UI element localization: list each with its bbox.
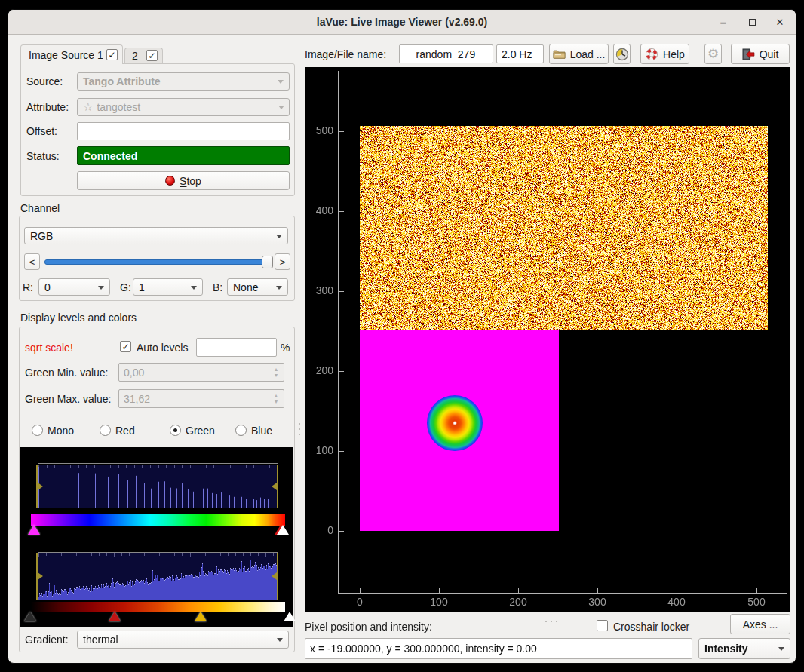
splitter-handle[interactable]	[299, 434, 300, 435]
hist2-canvas[interactable]	[38, 553, 278, 600]
attribute-combo[interactable]: ☆ tangotest	[77, 98, 290, 116]
thermal-gradient-bar	[31, 602, 285, 612]
offset-input[interactable]	[77, 122, 290, 140]
splitter-handle[interactable]	[299, 428, 300, 430]
auto-levels-percent-input[interactable]	[196, 338, 277, 357]
clock-icon	[615, 48, 629, 61]
quit-button[interactable]: Quit	[731, 44, 790, 64]
spinner-arrows-icon[interactable]: ▴▾	[272, 364, 281, 381]
thermal-stop-red[interactable]	[109, 612, 121, 621]
attribute-label: Attribute:	[26, 101, 69, 113]
region-end-arrow-icon	[272, 483, 277, 490]
axes-button[interactable]: Axes ...	[730, 614, 790, 634]
close-button[interactable]: ✕	[772, 14, 787, 30]
x-tick-mark	[597, 588, 598, 593]
y-tick-label: 300	[305, 284, 333, 296]
crosshair-locker-label: Crosshair locker	[613, 621, 689, 633]
display-mode-select[interactable]: Intensity	[698, 638, 790, 659]
y-tick-label: 0	[305, 524, 333, 536]
channel-slider-handle[interactable]	[262, 256, 273, 268]
magenta-image[interactable]	[360, 330, 559, 531]
min-level-value: 0,00	[124, 367, 144, 379]
levels-group-title: Display levels and colors	[20, 311, 137, 324]
splitter-handle[interactable]	[551, 621, 552, 622]
max-level-value: 31,62	[124, 393, 150, 405]
tab-image-source-2[interactable]: 2 ✓	[124, 48, 163, 64]
auto-levels-checkbox[interactable]: ✓	[120, 341, 131, 352]
minimize-button[interactable]: –	[716, 14, 731, 30]
refresh-rate-input[interactable]: 2.0 Hz	[496, 44, 544, 63]
file-name-input[interactable]: __random_279__	[399, 44, 493, 63]
load-button[interactable]: Load ...	[549, 44, 609, 64]
max-level-marker[interactable]	[277, 525, 289, 535]
tab2-label: 2	[132, 50, 138, 62]
star-icon: ☆	[83, 100, 93, 114]
help-lifesaver-icon	[645, 48, 658, 61]
maximize-button[interactable]	[744, 14, 760, 30]
radio-green[interactable]	[170, 425, 181, 436]
red-channel-label: R:	[23, 281, 33, 293]
channel-step-up-button[interactable]: >	[275, 253, 290, 270]
x-tick-label: 0	[343, 596, 376, 608]
min-level-spinbox[interactable]: 0,00 ▴▾	[118, 363, 284, 382]
red-channel-select[interactable]: 0	[38, 278, 110, 296]
tab2-checkbox[interactable]: ✓	[146, 50, 158, 61]
radio-mono[interactable]	[32, 425, 43, 436]
y-tick-mark	[339, 131, 344, 132]
green-histogram-widget[interactable]	[20, 447, 293, 538]
status-label: Status:	[26, 150, 60, 162]
channel-step-down-button[interactable]: <	[24, 253, 40, 270]
noise-image[interactable]	[360, 126, 768, 330]
source-select-value: Tango Attribute	[83, 75, 161, 87]
splitter-handle[interactable]	[556, 621, 557, 622]
spectrum-gradient-bar	[31, 514, 285, 526]
splitter-handle[interactable]	[299, 423, 300, 425]
dropdown-arrow-icon	[276, 286, 282, 290]
gradient-select[interactable]: thermal	[77, 631, 289, 649]
hist1-axis-line	[38, 463, 278, 464]
y-tick-mark	[339, 451, 344, 452]
region-end-marker[interactable]	[277, 553, 278, 600]
green-channel-select[interactable]: 1	[133, 278, 203, 296]
thermal-stop-white[interactable]	[284, 612, 296, 621]
hist1-canvas[interactable]	[38, 465, 278, 508]
blue-channel-select[interactable]: None	[227, 278, 288, 296]
attribute-value: tangotest	[97, 101, 140, 113]
settings-button[interactable]: ⚙	[704, 44, 722, 64]
thermal-stop-yellow[interactable]	[195, 612, 207, 621]
tab1-checkbox[interactable]: ✓	[106, 49, 118, 60]
min-level-marker[interactable]	[28, 525, 40, 535]
timer-button[interactable]	[613, 44, 631, 64]
x-tick-mark	[439, 588, 440, 593]
splitter-handle[interactable]	[545, 621, 547, 622]
stop-button[interactable]: Stop	[77, 171, 290, 190]
radio-red[interactable]	[100, 425, 111, 436]
intensity-histogram-widget[interactable]	[20, 538, 293, 627]
offset-label: Offset:	[26, 125, 57, 137]
window-title: laVue: Live Image Viewer (v2.69.0)	[8, 16, 796, 28]
tab-image-source-1[interactable]: Image Source 1 ✓	[20, 44, 123, 64]
channel-group-title: Channel	[20, 202, 60, 214]
crosshair-locker-checkbox[interactable]	[597, 620, 608, 631]
region-end-marker[interactable]	[277, 465, 278, 508]
status-badge: Connected	[77, 146, 290, 165]
source-select[interactable]: Tango Attribute	[77, 72, 290, 91]
blue-channel-label: B:	[213, 281, 222, 293]
image-plot[interactable]: 01002003004005000100200300400500	[305, 67, 790, 612]
channel-slider[interactable]	[44, 259, 265, 265]
titlebar[interactable]: laVue: Live Image Viewer (v2.69.0) – ✕	[8, 10, 796, 35]
screen: laVue: Live Image Viewer (v2.69.0) – ✕ I…	[0, 0, 804, 672]
x-tick-label: 500	[740, 596, 773, 608]
dropdown-arrow-icon	[278, 80, 284, 84]
spinner-arrows-icon[interactable]: ▴▾	[272, 390, 281, 407]
max-level-spinbox[interactable]: 31,62 ▴▾	[118, 389, 284, 408]
thermal-stop-black[interactable]	[24, 612, 36, 621]
y-axis-line	[338, 71, 339, 594]
scale-warning: sqrt scale!	[25, 342, 73, 354]
help-button[interactable]: Help	[640, 44, 689, 64]
x-tick-label: 200	[502, 596, 535, 608]
radio-blue[interactable]	[235, 425, 247, 436]
min-level-label: Green Min. value:	[25, 367, 109, 379]
pixel-position-readout: x = -19.000000, y = 300.000000, intensit…	[305, 638, 692, 659]
channel-mode-select[interactable]: RGB	[24, 227, 288, 244]
